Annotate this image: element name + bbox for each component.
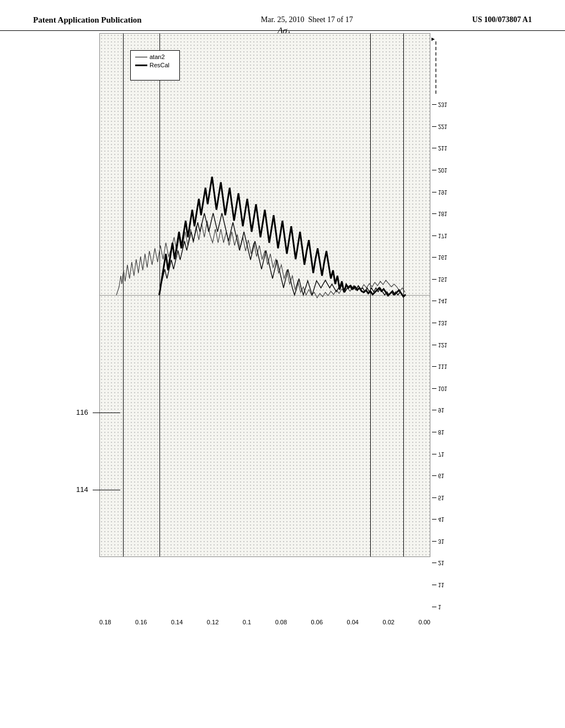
tick-181: 181 xyxy=(432,203,493,225)
publication-title: Patent Application Publication xyxy=(33,15,142,25)
publication-number: US 100/073807 A1 xyxy=(472,15,532,24)
tick-91: 91 xyxy=(432,399,493,421)
tick-221: 221 xyxy=(432,116,493,138)
x-label-000: 0.00 xyxy=(418,619,430,625)
tick-101: 101 xyxy=(432,378,493,400)
ref-label-114: 114 xyxy=(76,485,88,494)
tick-111: 111 xyxy=(432,356,493,378)
tick-161: 161 xyxy=(432,247,493,269)
tick-141: 141 xyxy=(432,290,493,312)
publication-date: Mar. 25, 2010 Sheet 17 of 17 xyxy=(261,15,353,24)
legend-label-rescal: ResCal xyxy=(150,62,169,68)
tick-171: 171 xyxy=(432,224,493,247)
ref-label-116: 116 xyxy=(76,408,88,416)
x-label-010: 0.1 xyxy=(243,619,251,625)
legend-label-atan2: atan2 xyxy=(150,53,165,60)
tick-81: 81 xyxy=(432,421,493,443)
x-label-018: 0.18 xyxy=(99,619,111,625)
plot-box: atan2 ResCal xyxy=(99,33,430,557)
x-label-016: 0.16 xyxy=(135,619,147,625)
tick-71: 71 xyxy=(432,443,493,465)
tick-201: 201 xyxy=(432,159,493,181)
legend-line-rescal xyxy=(135,65,147,66)
chart-area: FIG.19 ◄ ► Δσ1 ◄ ► Δσ2 xyxy=(72,33,524,684)
x-axis: 0.18 0.16 0.14 0.12 0.1 0.08 0.06 0.04 0… xyxy=(99,619,430,625)
legend-line-atan2 xyxy=(135,57,147,57)
tick-211: 211 xyxy=(432,137,493,159)
x-label-006: 0.06 xyxy=(311,619,323,625)
tick-21: 21 xyxy=(432,552,493,574)
tick-231: 231 xyxy=(432,94,493,116)
y-axis: 231 221 211 201 191 181 171 161 151 141 … xyxy=(432,94,493,618)
x-label-008: 0.08 xyxy=(275,619,287,625)
tick-51: 51 xyxy=(432,486,493,508)
tick-61: 61 xyxy=(432,465,493,487)
x-label-002: 0.02 xyxy=(383,619,395,625)
tick-11: 11 xyxy=(432,574,493,596)
tick-1: 1 xyxy=(432,596,493,618)
legend-item-rescal: ResCal xyxy=(135,62,175,68)
tick-151: 151 xyxy=(432,269,493,291)
dashed-line-right xyxy=(435,41,436,94)
tick-191: 191 xyxy=(432,181,493,203)
tick-121: 121 xyxy=(432,334,493,356)
x-label-004: 0.04 xyxy=(347,619,359,625)
tick-31: 31 xyxy=(432,531,493,553)
legend-box: atan2 ResCal xyxy=(130,50,180,81)
tick-container: 231 221 211 201 191 181 171 161 151 141 … xyxy=(432,94,493,618)
tick-41: 41 xyxy=(432,508,493,531)
x-label-012: 0.12 xyxy=(207,619,218,625)
signal-svg xyxy=(100,34,430,556)
x-label-014: 0.14 xyxy=(171,619,183,625)
legend-item-atan2: atan2 xyxy=(135,53,175,60)
tick-131: 131 xyxy=(432,312,493,334)
